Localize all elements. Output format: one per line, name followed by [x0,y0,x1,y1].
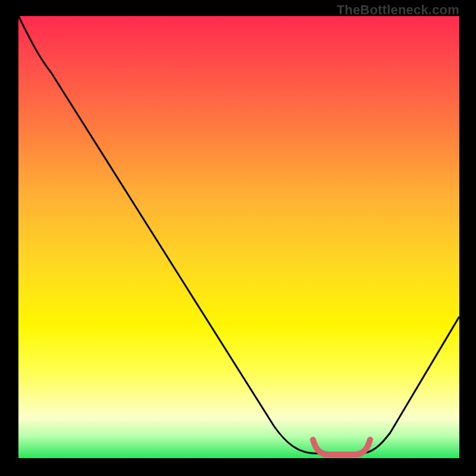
watermark-text: TheBottleneck.com [337,2,459,18]
curve-layer [18,16,459,458]
plot-area [18,16,459,458]
optimal-range-marker [313,440,370,455]
bottleneck-curve [18,16,459,453]
chart-frame: TheBottleneck.com [0,0,476,476]
